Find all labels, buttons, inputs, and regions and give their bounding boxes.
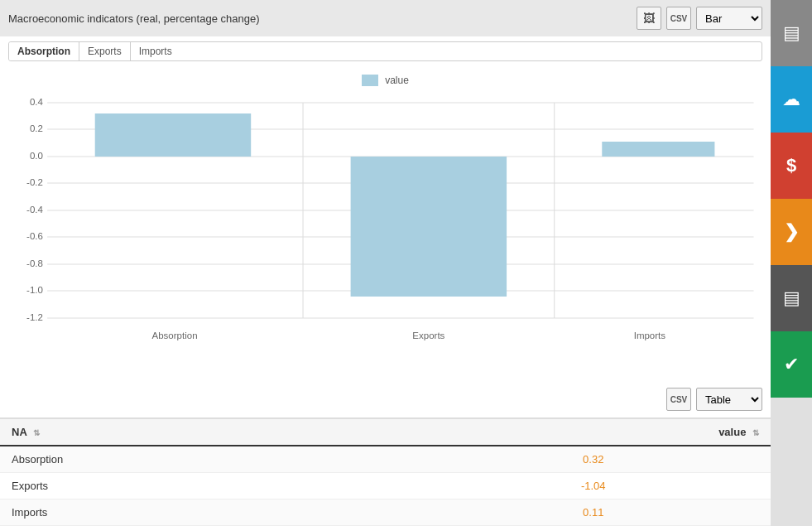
svg-text:-0.6: -0.6: [26, 231, 43, 241]
tab-imports[interactable]: Imports: [131, 42, 180, 60]
sidebar-item-2[interactable]: ☁: [771, 66, 812, 133]
row-imports-name: Imports: [0, 499, 416, 526]
tab-exports[interactable]: Exports: [79, 42, 131, 60]
sidebar-icon-3: $: [786, 155, 796, 176]
chart-controls: 🖼 CSV Bar Line Area: [637, 7, 762, 30]
sort-icon-na[interactable]: ⇅: [33, 428, 40, 437]
svg-text:Absorption: Absorption: [152, 331, 198, 340]
table-csv-icon: CSV: [670, 395, 688, 404]
csv-download-button[interactable]: CSV: [666, 7, 691, 30]
svg-text:Imports: Imports: [634, 331, 666, 340]
table-head: NA ⇅ value ⇅: [0, 418, 771, 446]
svg-text:0.4: 0.4: [30, 97, 43, 107]
sidebar-item-6[interactable]: ✔: [771, 331, 812, 398]
sidebar-icon-6: ✔: [784, 354, 799, 375]
row-absorption-value: 0.32: [416, 446, 771, 473]
sidebar-item-1[interactable]: ▤: [771, 0, 812, 66]
svg-text:0.2: 0.2: [30, 123, 43, 133]
tab-absorption[interactable]: Absorption: [9, 42, 79, 60]
legend-color-swatch: [362, 75, 378, 86]
table-row: Absorption 0.32: [0, 446, 771, 473]
chart-type-select[interactable]: Bar Line Area: [696, 7, 762, 30]
csv-icon: CSV: [670, 14, 688, 23]
sort-icon-value[interactable]: ⇅: [752, 428, 759, 437]
svg-text:Exports: Exports: [412, 331, 444, 340]
table-body: Absorption 0.32 Exports -1.04 Imports 0.…: [0, 446, 771, 526]
table-csv-button[interactable]: CSV: [666, 388, 691, 411]
table-row: Imports 0.11: [0, 499, 771, 526]
bar-imports: [602, 142, 714, 157]
chart-legend: value: [8, 75, 762, 86]
sidebar-icon-4: ❯: [784, 221, 799, 243]
svg-text:-0.8: -0.8: [26, 258, 43, 268]
svg-text:-1.2: -1.2: [26, 312, 43, 322]
bar-chart-svg: 0.4 0.2 0.0 -0.2 -0.4 -0.6 -0.8 -1.0 -1.…: [8, 94, 762, 351]
sidebar-icon-2: ☁: [782, 89, 800, 110]
svg-text:-1.0: -1.0: [26, 285, 43, 295]
sidebar-icon-5: ▤: [783, 287, 800, 309]
table-row: Exports -1.04: [0, 473, 771, 499]
row-exports-name: Exports: [0, 473, 416, 499]
sidebar-item-5[interactable]: ▤: [771, 265, 812, 331]
table-controls: CSV Table: [0, 381, 771, 417]
svg-text:0.0: 0.0: [30, 151, 43, 161]
col-na: NA ⇅: [0, 418, 416, 446]
col-value: value ⇅: [416, 418, 771, 446]
chart-title: Macroeconomic indicators (real, percenta…: [8, 12, 260, 25]
chart-tabs-container: Absorption Exports Imports: [0, 36, 771, 66]
table-header-row: NA ⇅ value ⇅: [0, 418, 771, 446]
row-imports-value: 0.11: [416, 499, 771, 526]
download-button[interactable]: 🖼: [637, 7, 661, 30]
chart-tabs: Absorption Exports Imports: [8, 41, 762, 61]
download-icon: 🖼: [643, 12, 655, 25]
bar-absorption: [95, 113, 251, 157]
row-absorption-name: Absorption: [0, 446, 416, 473]
legend-label: value: [385, 75, 409, 86]
row-exports-value: -1.04: [416, 473, 771, 499]
right-sidebar: ▤ ☁ $ ❯ ▤ ✔: [771, 0, 812, 526]
sidebar-item-4[interactable]: ❯: [771, 199, 812, 265]
svg-text:-0.2: -0.2: [26, 177, 43, 187]
chart-area: value: [0, 66, 771, 381]
chart-svg-wrapper: 0.4 0.2 0.0 -0.2 -0.4 -0.6 -0.8 -1.0 -1.…: [8, 94, 762, 354]
svg-text:-0.4: -0.4: [26, 205, 43, 215]
table-view-select[interactable]: Table: [696, 388, 762, 411]
data-table: NA ⇅ value ⇅ Absorption 0.32 Exports -1.…: [0, 417, 771, 526]
bar-exports: [351, 157, 507, 297]
data-table-container: NA ⇅ value ⇅ Absorption 0.32 Exports -1.…: [0, 417, 771, 526]
chart-header: Macroeconomic indicators (real, percenta…: [0, 0, 771, 36]
sidebar-icon-1: ▤: [783, 22, 800, 44]
sidebar-item-3[interactable]: $: [771, 133, 812, 199]
